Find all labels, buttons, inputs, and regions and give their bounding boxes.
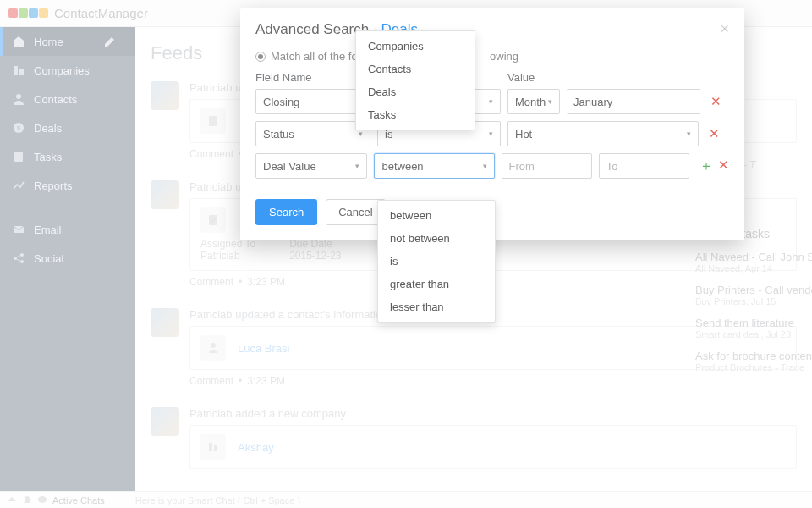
cond-option[interactable]: is: [378, 250, 495, 273]
chevron-down-icon: ▾: [687, 130, 691, 138]
remove-row-icon[interactable]: ✕: [709, 126, 720, 141]
remove-row-icon[interactable]: ✕: [710, 94, 721, 109]
value-select[interactable]: Hot▾: [508, 121, 699, 146]
match-any-label: owing: [490, 50, 518, 63]
criteria-row: Status▾ is▾ Hot▾ ✕: [255, 121, 729, 146]
entity-dropdown: Companies Contacts Deals Tasks: [355, 30, 475, 130]
cond-option[interactable]: between: [378, 204, 495, 227]
match-all-radio[interactable]: [255, 52, 266, 62]
entity-option-tasks[interactable]: Tasks: [356, 103, 475, 126]
field-select[interactable]: Closing▾: [255, 89, 370, 114]
condition-dropdown: between not between is greater than less…: [377, 200, 496, 323]
cond-option[interactable]: greater than: [378, 273, 495, 295]
entity-option-deals[interactable]: Deals: [356, 80, 475, 103]
remove-row-icon[interactable]: ✕: [718, 157, 729, 175]
to-input[interactable]: To: [599, 153, 689, 179]
close-icon[interactable]: ×: [720, 20, 729, 38]
value-select[interactable]: January: [567, 89, 700, 114]
criteria-row: Closing▾ on▾ Month▾ January ✕: [255, 89, 729, 114]
search-button[interactable]: Search: [255, 199, 317, 225]
entity-option-contacts[interactable]: Contacts: [356, 58, 475, 80]
value-mode-select[interactable]: Month▾: [508, 89, 560, 114]
entity-option-companies[interactable]: Companies: [356, 35, 475, 58]
cond-option[interactable]: not between: [378, 227, 495, 250]
chevron-down-icon: ▾: [355, 162, 359, 170]
add-row-icon[interactable]: ＋: [700, 157, 713, 175]
chevron-down-icon: ▾: [483, 162, 487, 170]
chevron-down-icon: ▾: [489, 97, 493, 106]
chevron-down-icon: ▾: [548, 97, 552, 106]
col-value-label: Value: [508, 71, 697, 84]
condition-select[interactable]: between▾: [374, 153, 494, 179]
chevron-down-icon: ▾: [359, 130, 363, 138]
cond-option[interactable]: lesser than: [378, 295, 495, 318]
field-select[interactable]: Status▾: [255, 121, 370, 146]
chevron-down-icon: ▾: [489, 130, 493, 138]
criteria-row: Deal Value▾ between▾ From To ＋✕: [255, 153, 729, 179]
from-input[interactable]: From: [502, 153, 592, 179]
field-select[interactable]: Deal Value▾: [255, 153, 367, 179]
